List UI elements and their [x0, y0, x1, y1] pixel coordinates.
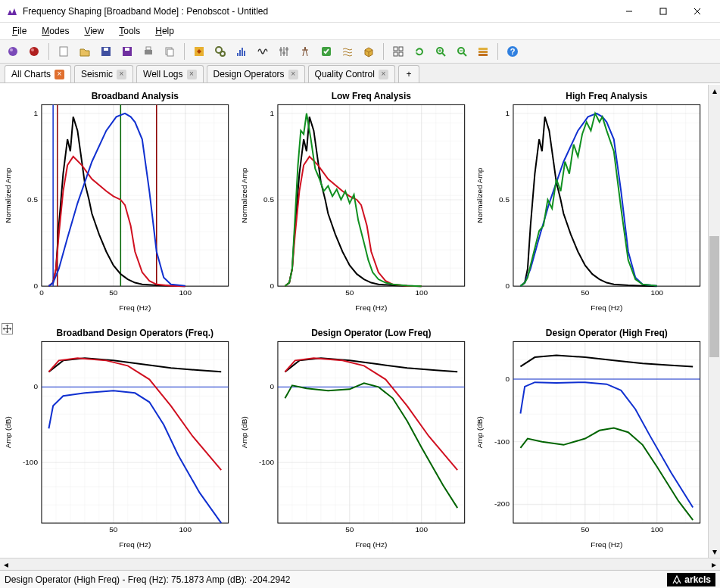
svg-text:0: 0	[506, 282, 510, 290]
scroll-thumb[interactable]	[709, 236, 719, 357]
zoom-in-icon[interactable]	[431, 42, 450, 61]
new-icon[interactable]	[54, 42, 73, 61]
chart-0[interactable]: 05010000.51Freq (Hz)Normalized AmpBroadb…	[0, 85, 236, 322]
svg-text:0: 0	[506, 374, 510, 382]
close-button[interactable]	[680, 0, 714, 23]
svg-text:Freq (Hz): Freq (Hz)	[119, 540, 151, 549]
maximize-button[interactable]	[646, 0, 680, 23]
svg-text:100: 100	[415, 288, 428, 297]
svg-text:-100: -100	[494, 437, 510, 445]
svg-text:0: 0	[270, 382, 274, 390]
save-as-icon[interactable]	[117, 42, 137, 61]
svg-text:0.5: 0.5	[263, 195, 274, 204]
print-icon[interactable]	[139, 42, 158, 61]
svg-text:Freq (Hz): Freq (Hz)	[355, 303, 387, 312]
chart-3[interactable]: 50100-1000Freq (Hz)Amp (dB)Broadband Des…	[0, 322, 236, 558]
chart-4[interactable]: 50100-1000Freq (Hz)Amp (dB)Design Operat…	[236, 322, 472, 558]
move-handle-icon[interactable]	[2, 323, 13, 334]
layers-icon[interactable]	[473, 42, 493, 61]
chart-area: 05010000.51Freq (Hz)Normalized AmpBroadb…	[0, 85, 708, 558]
svg-text:0: 0	[33, 382, 38, 390]
scroll-left-icon[interactable]: ◂	[0, 558, 12, 570]
well-icon[interactable]	[295, 42, 315, 61]
open-icon[interactable]	[75, 42, 95, 61]
menu-modes[interactable]: Modes	[36, 24, 75, 38]
tab-all-charts[interactable]: All Charts×	[5, 65, 71, 82]
save-icon[interactable]	[96, 42, 116, 61]
close-icon[interactable]: ×	[288, 70, 298, 79]
run-yellow-icon[interactable]	[189, 42, 209, 61]
help-icon[interactable]: ?	[503, 42, 522, 61]
tab-design-operators[interactable]: Design Operators×	[207, 65, 305, 82]
toolbar: ?	[0, 39, 720, 64]
titlebar: Frequency Shaping [Broadband Mode] : Pen…	[0, 0, 720, 23]
tab-well-logs[interactable]: Well Logs×	[136, 65, 203, 82]
svg-text:-100: -100	[23, 458, 38, 466]
svg-point-5	[10, 48, 13, 51]
status-text: Design Operator (High Freq) - Freq (Hz):…	[5, 574, 291, 585]
svg-text:50: 50	[109, 525, 118, 534]
chart-cell-1: 5010000.51Freq (Hz)Normalized AmpLow Fre…	[236, 85, 472, 322]
svg-text:Normalized Amp: Normalized Amp	[475, 167, 484, 223]
sphere-purple-icon[interactable]	[3, 42, 23, 61]
close-icon[interactable]: ×	[117, 70, 126, 79]
svg-text:100: 100	[651, 525, 664, 534]
svg-line-36	[442, 53, 445, 56]
close-icon[interactable]: ×	[55, 70, 64, 79]
minimize-button[interactable]	[612, 0, 646, 23]
menu-file[interactable]: File	[6, 24, 33, 38]
grid-icon[interactable]	[388, 42, 408, 61]
app-icon	[6, 5, 18, 17]
scroll-right-icon[interactable]: ▸	[708, 558, 720, 570]
svg-point-29	[285, 48, 288, 51]
svg-text:Freq (Hz): Freq (Hz)	[591, 303, 623, 312]
sphere-red-icon[interactable]	[24, 42, 44, 61]
vertical-scrollbar[interactable]: ▴ ▾	[708, 85, 720, 558]
sliders-icon[interactable]	[274, 42, 294, 61]
svg-text:100: 100	[179, 288, 192, 297]
svg-rect-12	[125, 48, 129, 51]
tab-seismic[interactable]: Seismic×	[74, 65, 133, 82]
waveform-icon[interactable]	[253, 42, 273, 61]
svg-rect-42	[478, 48, 488, 50]
svg-text:-100: -100	[259, 458, 274, 466]
svg-rect-23	[244, 51, 245, 56]
svg-line-40	[463, 53, 466, 56]
menu-view[interactable]: View	[78, 24, 110, 38]
menu-tools[interactable]: Tools	[113, 24, 146, 38]
close-icon[interactable]: ×	[379, 70, 388, 79]
chart-1[interactable]: 5010000.51Freq (Hz)Normalized AmpLow Fre…	[236, 85, 472, 322]
close-icon[interactable]: ×	[187, 70, 197, 79]
svg-text:0: 0	[33, 282, 38, 290]
horizontal-scrollbar[interactable]: ◂ ▸	[0, 558, 720, 570]
gears-icon[interactable]	[210, 42, 230, 61]
tab-add-button[interactable]: +	[398, 65, 419, 82]
zoom-out-icon[interactable]	[452, 42, 472, 61]
svg-text:1: 1	[506, 109, 510, 117]
svg-text:0: 0	[39, 288, 44, 297]
svg-text:High Freq Analysis: High Freq Analysis	[566, 91, 648, 101]
cube-icon[interactable]	[359, 42, 379, 61]
svg-rect-20	[237, 53, 238, 56]
svg-text:100: 100	[415, 525, 428, 534]
spectrum-icon[interactable]	[232, 42, 251, 61]
svg-text:1: 1	[270, 109, 274, 117]
scroll-up-icon[interactable]: ▴	[709, 85, 720, 97]
svg-rect-34	[399, 52, 403, 56]
refresh-icon[interactable]	[410, 42, 429, 61]
chart-5[interactable]: 50100-200-1000Freq (Hz)Amp (dB)Design Op…	[472, 322, 708, 558]
svg-point-6	[30, 47, 39, 56]
chart-2[interactable]: 5010000.51Freq (Hz)Normalized AmpHigh Fr…	[472, 85, 708, 322]
svg-rect-33	[394, 52, 397, 56]
svg-rect-14	[146, 47, 151, 50]
copy-icon[interactable]	[160, 42, 179, 61]
menu-help[interactable]: Help	[149, 24, 180, 38]
layers-wave-icon[interactable]	[338, 42, 357, 61]
svg-text:0.5: 0.5	[499, 195, 510, 204]
svg-text:Normalized Amp: Normalized Amp	[240, 167, 248, 223]
svg-text:?: ?	[510, 47, 516, 56]
tab-quality-control[interactable]: Quality Control×	[308, 65, 395, 82]
check-icon[interactable]	[316, 42, 336, 61]
scroll-down-icon[interactable]: ▾	[709, 546, 720, 558]
svg-rect-13	[145, 50, 152, 54]
